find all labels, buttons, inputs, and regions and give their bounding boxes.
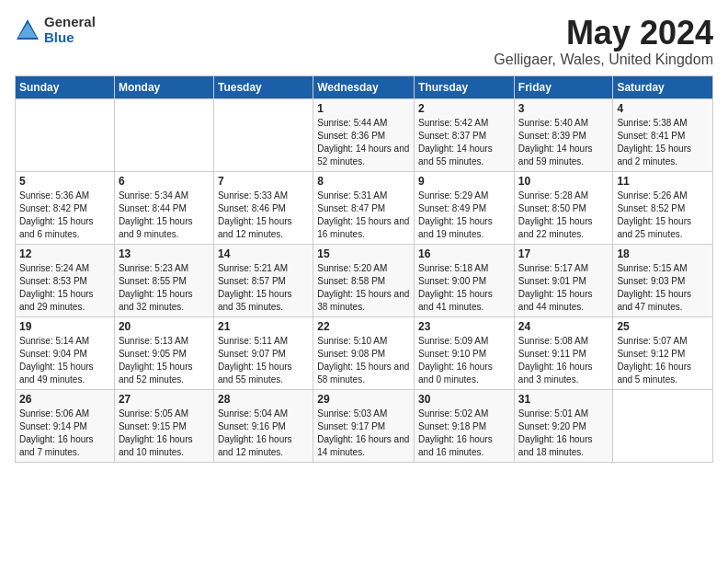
day-cell <box>16 98 115 171</box>
day-cell: 25Sunrise: 5:07 AMSunset: 9:12 PMDayligh… <box>613 316 713 389</box>
day-number: 16 <box>418 247 510 260</box>
day-number: 7 <box>218 175 309 188</box>
day-cell: 16Sunrise: 5:18 AMSunset: 9:00 PMDayligh… <box>415 244 515 316</box>
day-cell: 15Sunrise: 5:20 AMSunset: 8:58 PMDayligh… <box>313 244 415 316</box>
day-cell: 2Sunrise: 5:42 AMSunset: 8:37 PMDaylight… <box>415 98 515 171</box>
header-monday: Monday <box>114 75 213 98</box>
day-cell: 8Sunrise: 5:31 AMSunset: 8:47 PMDaylight… <box>313 171 415 244</box>
week-row-1: 1Sunrise: 5:44 AMSunset: 8:36 PMDaylight… <box>16 98 713 171</box>
day-number: 5 <box>19 175 110 188</box>
day-cell: 28Sunrise: 5:04 AMSunset: 9:16 PMDayligh… <box>213 389 313 462</box>
day-info: Sunrise: 5:29 AMSunset: 8:49 PMDaylight:… <box>418 190 510 241</box>
day-info: Sunrise: 5:14 AMSunset: 9:04 PMDaylight:… <box>19 335 110 386</box>
week-row-5: 26Sunrise: 5:06 AMSunset: 9:14 PMDayligh… <box>16 389 713 462</box>
day-cell: 31Sunrise: 5:01 AMSunset: 9:20 PMDayligh… <box>514 389 613 462</box>
day-number: 6 <box>119 175 210 188</box>
day-cell: 20Sunrise: 5:13 AMSunset: 9:05 PMDayligh… <box>114 316 213 389</box>
day-number: 26 <box>19 393 110 406</box>
day-cell <box>613 389 713 462</box>
week-row-4: 19Sunrise: 5:14 AMSunset: 9:04 PMDayligh… <box>16 316 713 389</box>
day-info: Sunrise: 5:09 AMSunset: 9:10 PMDaylight:… <box>418 335 510 386</box>
day-cell: 1Sunrise: 5:44 AMSunset: 8:36 PMDaylight… <box>313 98 415 171</box>
day-info: Sunrise: 5:06 AMSunset: 9:14 PMDaylight:… <box>19 408 110 459</box>
day-cell: 11Sunrise: 5:26 AMSunset: 8:52 PMDayligh… <box>613 171 713 244</box>
header-sunday: Sunday <box>16 75 115 98</box>
day-cell: 19Sunrise: 5:14 AMSunset: 9:04 PMDayligh… <box>16 316 115 389</box>
day-info: Sunrise: 5:03 AMSunset: 9:17 PMDaylight:… <box>317 408 410 459</box>
day-cell: 24Sunrise: 5:08 AMSunset: 9:11 PMDayligh… <box>514 316 613 389</box>
day-info: Sunrise: 5:38 AMSunset: 8:41 PMDaylight:… <box>617 117 709 168</box>
day-number: 27 <box>119 393 210 406</box>
calendar-subtitle: Gelligaer, Wales, United Kingdom <box>494 52 713 68</box>
day-number: 2 <box>418 102 510 115</box>
page-header: General Blue May 2024 Gelligaer, Wales, … <box>15 15 713 68</box>
day-number: 4 <box>617 102 709 115</box>
day-cell: 6Sunrise: 5:34 AMSunset: 8:44 PMDaylight… <box>114 171 213 244</box>
day-number: 14 <box>218 247 309 260</box>
day-cell: 26Sunrise: 5:06 AMSunset: 9:14 PMDayligh… <box>16 389 115 462</box>
svg-marker-1 <box>18 23 37 38</box>
week-row-3: 12Sunrise: 5:24 AMSunset: 8:53 PMDayligh… <box>16 244 713 316</box>
day-cell: 13Sunrise: 5:23 AMSunset: 8:55 PMDayligh… <box>114 244 213 316</box>
day-info: Sunrise: 5:15 AMSunset: 9:03 PMDaylight:… <box>617 262 709 314</box>
day-number: 23 <box>418 320 510 333</box>
day-number: 31 <box>518 393 609 406</box>
day-number: 29 <box>317 393 410 406</box>
day-number: 21 <box>218 320 309 333</box>
day-number: 12 <box>19 247 110 260</box>
day-cell: 3Sunrise: 5:40 AMSunset: 8:39 PMDaylight… <box>514 98 613 171</box>
day-number: 19 <box>19 320 110 333</box>
day-info: Sunrise: 5:33 AMSunset: 8:46 PMDaylight:… <box>218 190 309 241</box>
day-cell: 21Sunrise: 5:11 AMSunset: 9:07 PMDayligh… <box>213 316 313 389</box>
day-info: Sunrise: 5:44 AMSunset: 8:36 PMDaylight:… <box>317 117 410 168</box>
day-number: 22 <box>317 320 410 333</box>
day-cell: 5Sunrise: 5:36 AMSunset: 8:42 PMDaylight… <box>16 171 115 244</box>
day-info: Sunrise: 5:40 AMSunset: 8:39 PMDaylight:… <box>518 117 609 168</box>
day-cell: 17Sunrise: 5:17 AMSunset: 9:01 PMDayligh… <box>514 244 613 316</box>
day-info: Sunrise: 5:42 AMSunset: 8:37 PMDaylight:… <box>418 117 510 168</box>
day-cell: 14Sunrise: 5:21 AMSunset: 8:57 PMDayligh… <box>213 244 313 316</box>
day-number: 18 <box>617 247 709 260</box>
day-number: 17 <box>518 247 609 260</box>
day-info: Sunrise: 5:05 AMSunset: 9:15 PMDaylight:… <box>119 408 210 459</box>
day-cell: 30Sunrise: 5:02 AMSunset: 9:18 PMDayligh… <box>415 389 515 462</box>
day-number: 24 <box>518 320 609 333</box>
calendar-title: May 2024 <box>494 15 713 52</box>
day-info: Sunrise: 5:17 AMSunset: 9:01 PMDaylight:… <box>518 262 609 314</box>
header-thursday: Thursday <box>415 75 515 98</box>
day-number: 28 <box>218 393 309 406</box>
day-info: Sunrise: 5:10 AMSunset: 9:08 PMDaylight:… <box>317 335 410 386</box>
day-info: Sunrise: 5:36 AMSunset: 8:42 PMDaylight:… <box>19 190 110 241</box>
day-info: Sunrise: 5:11 AMSunset: 9:07 PMDaylight:… <box>218 335 309 386</box>
day-info: Sunrise: 5:08 AMSunset: 9:11 PMDaylight:… <box>518 335 609 386</box>
day-info: Sunrise: 5:20 AMSunset: 8:58 PMDaylight:… <box>317 262 410 314</box>
day-info: Sunrise: 5:13 AMSunset: 9:05 PMDaylight:… <box>119 335 210 386</box>
day-cell: 23Sunrise: 5:09 AMSunset: 9:10 PMDayligh… <box>415 316 515 389</box>
day-number: 9 <box>418 175 510 188</box>
logo-text: General Blue <box>44 15 96 45</box>
day-cell: 12Sunrise: 5:24 AMSunset: 8:53 PMDayligh… <box>16 244 115 316</box>
day-number: 1 <box>317 102 410 115</box>
day-cell: 4Sunrise: 5:38 AMSunset: 8:41 PMDaylight… <box>613 98 713 171</box>
day-number: 10 <box>518 175 609 188</box>
day-number: 13 <box>119 247 210 260</box>
day-info: Sunrise: 5:23 AMSunset: 8:55 PMDaylight:… <box>119 262 210 314</box>
day-info: Sunrise: 5:18 AMSunset: 9:00 PMDaylight:… <box>418 262 510 314</box>
day-cell: 9Sunrise: 5:29 AMSunset: 8:49 PMDaylight… <box>415 171 515 244</box>
day-cell: 27Sunrise: 5:05 AMSunset: 9:15 PMDayligh… <box>114 389 213 462</box>
day-cell: 7Sunrise: 5:33 AMSunset: 8:46 PMDaylight… <box>213 171 313 244</box>
logo-blue: Blue <box>44 30 96 46</box>
week-row-2: 5Sunrise: 5:36 AMSunset: 8:42 PMDaylight… <box>16 171 713 244</box>
day-info: Sunrise: 5:24 AMSunset: 8:53 PMDaylight:… <box>19 262 110 314</box>
logo-general: General <box>44 15 96 30</box>
logo-icon <box>15 17 40 43</box>
header-tuesday: Tuesday <box>213 75 313 98</box>
header-saturday: Saturday <box>613 75 713 98</box>
day-info: Sunrise: 5:31 AMSunset: 8:47 PMDaylight:… <box>317 190 410 241</box>
day-number: 11 <box>617 175 709 188</box>
header-wednesday: Wednesday <box>313 75 415 98</box>
day-info: Sunrise: 5:26 AMSunset: 8:52 PMDaylight:… <box>617 190 709 241</box>
day-info: Sunrise: 5:21 AMSunset: 8:57 PMDaylight:… <box>218 262 309 314</box>
logo: General Blue <box>15 15 96 45</box>
day-info: Sunrise: 5:34 AMSunset: 8:44 PMDaylight:… <box>119 190 210 241</box>
